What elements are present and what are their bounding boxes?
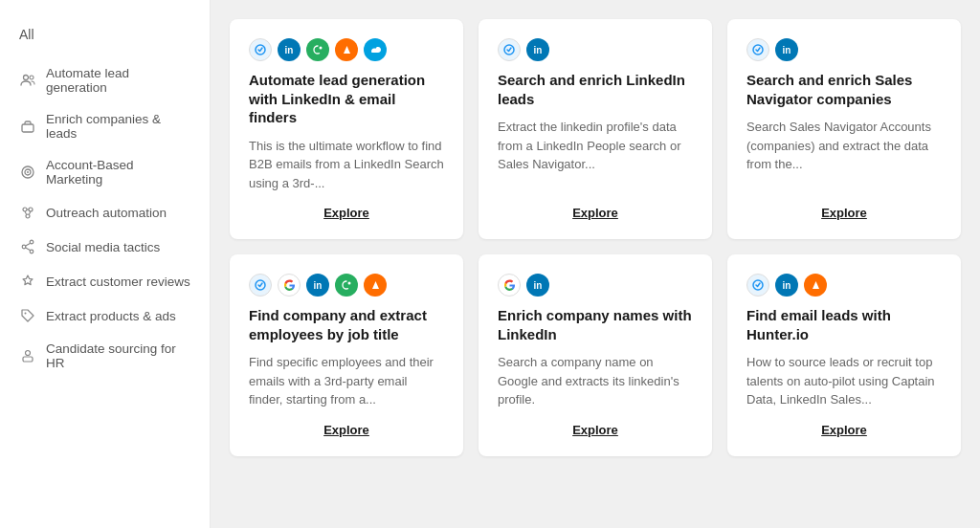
explore-button[interactable]: Explore xyxy=(746,206,942,220)
svg-point-11 xyxy=(22,245,26,249)
svg-point-10 xyxy=(30,250,33,253)
svg-point-1 xyxy=(30,76,33,79)
svg-point-12 xyxy=(25,313,27,315)
card-icons: in xyxy=(249,274,444,297)
card-title: Automate lead generation with LinkedIn &… xyxy=(249,71,444,127)
main-content: in Aut xyxy=(211,0,980,528)
sidebar: All Automate lead generation Enrich comp… xyxy=(0,0,211,528)
card-find-company-employees: in Find company and extract employees by… xyxy=(230,254,463,456)
sidebar-item-label: Automate lead generation xyxy=(46,66,190,95)
card-icons: in xyxy=(498,38,693,61)
linkedin-icon: in xyxy=(278,38,301,61)
svg-rect-2 xyxy=(22,124,33,132)
sidebar-item-label: Extract customer reviews xyxy=(46,275,190,289)
card-automate-lead: in Aut xyxy=(230,19,463,239)
hunter-icon xyxy=(804,274,827,297)
card-icons: in xyxy=(746,274,942,297)
card-title: Search and enrich LinkedIn leads xyxy=(498,71,693,108)
tag-icon xyxy=(19,307,36,324)
captain-icon xyxy=(746,38,769,61)
card-enrich-company-names: in Enrich company names with LinkedIn Se… xyxy=(479,254,712,456)
svg-point-16 xyxy=(320,47,323,50)
svg-point-7 xyxy=(29,208,33,211)
linkedin-icon: in xyxy=(306,274,329,297)
explore-button[interactable]: Explore xyxy=(746,423,942,437)
captain-icon xyxy=(746,274,769,297)
dropcontact-icon xyxy=(335,274,358,297)
captain-icon xyxy=(249,274,272,297)
card-desc: How to source leads or recruit top talen… xyxy=(746,353,942,409)
sidebar-item-label: Candidate sourcing for HR xyxy=(46,341,190,370)
sidebar-item-automate-lead[interactable]: Automate lead generation xyxy=(0,57,210,103)
svg-point-6 xyxy=(23,208,27,211)
sidebar-item-outreach[interactable]: Outreach automation xyxy=(0,195,210,230)
svg-rect-13 xyxy=(23,357,33,362)
sidebar-item-label: Enrich companies & leads xyxy=(46,112,190,141)
person-icon xyxy=(19,347,36,364)
sidebar-item-extract-reviews[interactable]: Extract customer reviews xyxy=(0,264,210,298)
hunter-icon xyxy=(335,38,358,61)
card-title: Find email leads with Hunter.io xyxy=(746,306,942,343)
google-icon xyxy=(498,274,521,297)
card-icons: in xyxy=(498,274,693,297)
sidebar-item-label: Account-Based Marketing xyxy=(46,158,190,187)
captain-icon xyxy=(249,38,272,61)
card-icons: in xyxy=(249,38,444,61)
hunter-icon xyxy=(364,274,387,297)
card-search-enrich-linkedin: in Search and enrich LinkedIn leads Extr… xyxy=(479,19,712,239)
card-desc: Search a company name on Google and extr… xyxy=(498,353,693,409)
svg-point-8 xyxy=(26,214,30,218)
explore-button[interactable]: Explore xyxy=(249,206,444,220)
target-icon xyxy=(19,164,36,181)
card-desc: Search Sales Navigator Accounts (compani… xyxy=(746,118,942,192)
linkedin-icon: in xyxy=(526,274,549,297)
svg-point-9 xyxy=(30,240,33,244)
salesforce-icon xyxy=(364,38,387,61)
star-icon xyxy=(19,273,36,290)
google-icon xyxy=(278,274,301,297)
card-find-email-hunter: in Find email leads with Hunter.io How t… xyxy=(727,254,961,456)
sidebar-all-label[interactable]: All xyxy=(0,19,210,50)
sidebar-item-label: Extract products & ads xyxy=(46,309,176,323)
briefcase-icon xyxy=(19,118,36,135)
card-title: Search and enrich Sales Navigator compan… xyxy=(746,71,942,108)
sidebar-item-label: Social media tactics xyxy=(46,240,160,254)
svg-point-20 xyxy=(348,282,351,285)
linkedin-icon: in xyxy=(775,38,798,61)
svg-point-0 xyxy=(24,76,29,80)
linkedin-icon: in xyxy=(526,38,549,61)
explore-button[interactable]: Explore xyxy=(249,423,444,437)
sidebar-item-extract-products[interactable]: Extract products & ads xyxy=(0,298,210,333)
sidebar-item-enrich-companies[interactable]: Enrich companies & leads xyxy=(0,103,210,149)
dropcontact-icon xyxy=(306,38,329,61)
users-icon xyxy=(19,72,36,89)
cards-grid: in Aut xyxy=(230,19,961,456)
card-desc: Extract the linkedin profile's data from… xyxy=(498,118,693,192)
sidebar-item-label: Outreach automation xyxy=(46,206,167,220)
sidebar-item-social-media[interactable]: Social media tactics xyxy=(0,230,210,264)
card-title: Enrich company names with LinkedIn xyxy=(498,306,693,343)
share-icon xyxy=(19,238,36,255)
explore-button[interactable]: Explore xyxy=(498,206,693,220)
explore-button[interactable]: Explore xyxy=(498,423,693,437)
card-sales-navigator: in Search and enrich Sales Navigator com… xyxy=(727,19,961,239)
sidebar-item-account-based[interactable]: Account-Based Marketing xyxy=(0,149,210,195)
outreach-icon xyxy=(19,204,36,221)
svg-point-5 xyxy=(27,171,29,173)
card-title: Find company and extract employees by jo… xyxy=(249,306,444,343)
sidebar-item-candidate-sourcing[interactable]: Candidate sourcing for HR xyxy=(0,333,210,379)
linkedin-icon: in xyxy=(775,274,798,297)
svg-point-14 xyxy=(26,351,31,356)
card-desc: Find specific employees and their emails… xyxy=(249,353,444,409)
card-desc: This is the ultimate workflow to find B2… xyxy=(249,137,444,193)
card-icons: in xyxy=(746,38,942,61)
captain-icon xyxy=(498,38,521,61)
